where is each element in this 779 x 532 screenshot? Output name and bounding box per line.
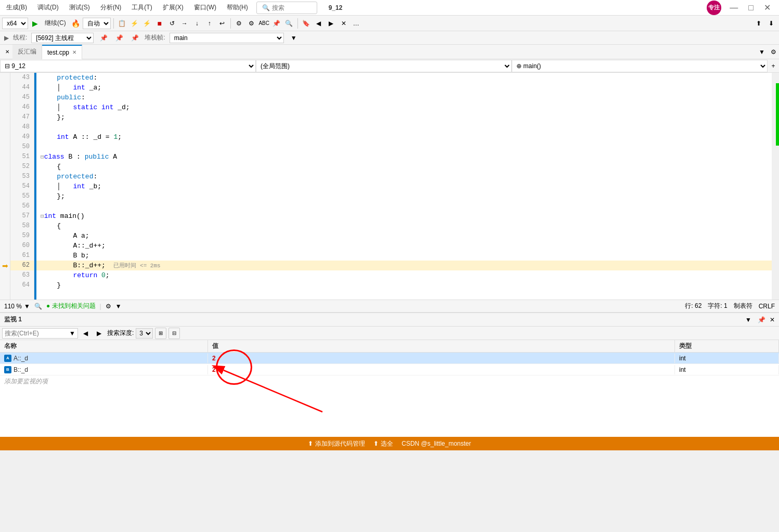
watch-nav-next[interactable]: ▶ <box>94 328 105 339</box>
thread-icon-2[interactable]: 📌 <box>113 32 125 44</box>
auto-select[interactable]: 自动 <box>83 18 111 29</box>
editor-header-plus[interactable]: + <box>768 60 779 72</box>
step-over-button[interactable]: → <box>179 18 190 29</box>
watch-row-0[interactable]: A A::_d 2 int <box>0 353 779 364</box>
watch-search-input[interactable] <box>5 330 67 337</box>
action-dropdown[interactable]: ▼ <box>115 303 122 310</box>
toolbar-icon-3[interactable]: ⚡ <box>141 18 153 29</box>
toolbar-debug-1[interactable]: ⚙ <box>233 18 245 29</box>
zoom-control[interactable]: 110 % ▼ <box>4 303 30 310</box>
watch-controls[interactable]: ▼ 📌 ✕ <box>745 316 775 323</box>
watch-panel-header: 监视 1 ▼ 📌 ✕ <box>0 313 779 327</box>
zoom-dropdown-icon[interactable]: ▼ <box>24 303 30 310</box>
ln-47: 47 <box>10 112 34 122</box>
step-into-button[interactable]: ↓ <box>191 18 203 29</box>
restart-button[interactable]: ↺ <box>166 18 178 29</box>
toolbar-icon-2[interactable]: ⚡ <box>129 18 140 29</box>
toolbar-debug-5[interactable]: 🔍 <box>283 18 295 29</box>
col-name: 名称 <box>0 340 208 352</box>
toolbar-debug-4[interactable]: 📌 <box>271 18 282 29</box>
continue-label[interactable]: 继续(C) <box>42 18 69 29</box>
tab-close-icon[interactable]: ✕ <box>72 49 76 55</box>
margin-61 <box>0 251 10 261</box>
toolbar-debug-3[interactable]: ABC <box>258 18 270 29</box>
watch-icon-2[interactable]: ⊟ <box>168 328 180 339</box>
menu-item-help[interactable]: 帮助(H) <box>225 2 250 13</box>
menu-item-extensions[interactable]: 扩展(X) <box>161 2 186 13</box>
code-line-49: int A :: _d = 1; <box>36 132 772 142</box>
platform-select[interactable]: x64 <box>2 18 28 29</box>
titlebar-search[interactable]: 🔍 <box>256 2 317 14</box>
expand-button[interactable]: ⬆ <box>753 18 764 29</box>
thread-icon-1[interactable]: 📌 <box>98 32 109 44</box>
watch-icon-1[interactable]: ⊞ <box>155 328 166 339</box>
search-input[interactable] <box>272 4 314 11</box>
margin-62: ➡ <box>0 261 10 270</box>
global-scope-select[interactable]: (全局范围) <box>256 60 512 72</box>
margin-63 <box>0 270 10 280</box>
toolbar-debug-2[interactable]: ⚙ <box>246 18 257 29</box>
code-line-59: A a; <box>36 231 772 241</box>
watch-close-icon[interactable]: ✕ <box>770 316 775 323</box>
watch-search[interactable]: ▼ <box>2 328 78 339</box>
menu-item-analyze[interactable]: 分析(N) <box>98 2 124 13</box>
search-dropdown-icon[interactable]: ▼ <box>69 330 75 337</box>
bookmark-prev[interactable]: ◀ <box>313 18 324 29</box>
collapse-button[interactable]: ⬇ <box>765 18 777 29</box>
scroll-indicator <box>776 83 779 146</box>
add-watch-item[interactable]: 添加要监视的项 <box>0 375 779 387</box>
watch-pin-icon[interactable]: 📌 <box>758 316 765 323</box>
maximize-button[interactable]: □ <box>744 3 758 12</box>
toolbar-icon-1[interactable]: 📋 <box>116 18 128 29</box>
ln-51: 51 <box>10 152 34 162</box>
zoom-icon[interactable]: 🔍 <box>34 303 42 310</box>
margin-55 <box>0 191 10 201</box>
menu-item-window[interactable]: 窗口(W) <box>192 2 218 13</box>
continue-button[interactable]: ▶ <box>29 18 41 29</box>
depth-select[interactable]: 3 <box>136 328 153 339</box>
watch-dropdown-icon[interactable]: ▼ <box>745 316 751 323</box>
menu-item-debug[interactable]: 调试(D) <box>35 2 61 13</box>
bookmark-button[interactable]: 🔖 <box>301 18 312 29</box>
toolbar-more[interactable]: … <box>350 18 362 29</box>
tab-disasm[interactable]: 反汇编 <box>12 45 42 59</box>
window-controls[interactable]: — □ ✕ <box>725 3 775 12</box>
menu-item-test[interactable]: 测试(S) <box>67 2 92 13</box>
watch-type-1: int <box>675 365 779 374</box>
watch-nav-prev[interactable]: ◀ <box>80 328 92 339</box>
bookmark-clear[interactable]: ✕ <box>338 18 349 29</box>
editor-container: ✕ 反汇编 test.cpp ✕ ▼ ⚙ ⊟ 9_12 (全局范围) ⊕ mai… <box>0 45 779 300</box>
function-select[interactable]: ⊕ main() <box>512 60 768 72</box>
watch-name-0: A A::_d <box>0 354 208 363</box>
action-icon[interactable]: ⚙ <box>106 303 111 310</box>
file-scope-select[interactable]: ⊟ 9_12 <box>0 60 256 72</box>
code-content[interactable]: protected: │ int _a; public: │ static in… <box>36 73 772 300</box>
code-line-64: } <box>36 280 772 290</box>
menu-item-tools[interactable]: 工具(T) <box>129 2 154 13</box>
char-info: 字符: 1 <box>708 302 727 310</box>
fire-icon[interactable]: 🔥 <box>70 18 82 29</box>
code-line-62: B::_d++; 已用时间 <= 2ms <box>36 261 772 270</box>
thread-select[interactable]: [5692] 主线程 <box>31 33 94 43</box>
menu-bar[interactable]: 生成(B) 调试(D) 测试(S) 分析(N) 工具(T) 扩展(X) 窗口(W… <box>4 2 347 14</box>
minimize-button[interactable]: — <box>725 3 742 12</box>
watch-row-1[interactable]: B B::_d 2 int <box>0 364 779 375</box>
stop-button[interactable]: ■ <box>154 18 165 29</box>
close-button[interactable]: ✕ <box>760 3 775 12</box>
right-scrollbar[interactable] <box>772 73 779 300</box>
tab-list-button[interactable]: ▼ <box>756 46 768 58</box>
margin-51 <box>0 152 10 162</box>
bookmark-next[interactable]: ▶ <box>326 18 337 29</box>
menu-item-build[interactable]: 生成(B) <box>4 2 29 13</box>
stack-dropdown[interactable]: ▼ <box>288 32 300 44</box>
tab-close-panel[interactable]: ✕ <box>2 49 12 55</box>
step-back-button[interactable]: ↩ <box>216 18 228 29</box>
step-out-button[interactable]: ↑ <box>204 18 215 29</box>
ln-55: 55 <box>10 191 34 201</box>
tab-settings-button[interactable]: ⚙ <box>768 46 779 58</box>
margin-47 <box>0 112 10 122</box>
stack-select[interactable]: main <box>170 33 284 43</box>
thread-icon-3[interactable]: 📌 <box>129 32 140 44</box>
tab-test-cpp[interactable]: test.cpp ✕ <box>42 45 82 59</box>
margin-64 <box>0 280 10 290</box>
